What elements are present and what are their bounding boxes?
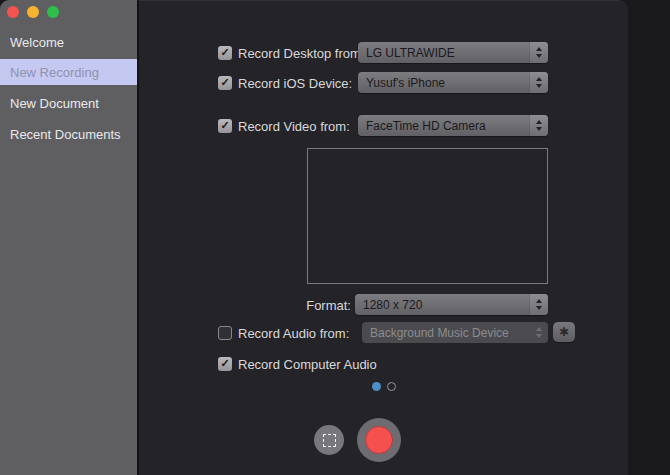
record-audio-label: Record Audio from:: [238, 325, 349, 340]
record-ios-label: Record iOS Device:: [238, 75, 352, 90]
minimize-icon[interactable]: [27, 6, 39, 18]
computer-audio-checkbox[interactable]: ✓: [218, 357, 232, 371]
video-source-select[interactable]: FaceTime HD Camera: [358, 115, 548, 136]
record-circle-icon: [365, 426, 393, 454]
gear-icon: ✱: [559, 325, 569, 339]
main-panel: ✓ Record Desktop from: LG ULTRAWIDE ✓ Re…: [139, 0, 628, 475]
zoom-icon[interactable]: [47, 6, 59, 18]
sidebar-item-recent-documents[interactable]: Recent Documents: [0, 123, 137, 145]
record-button[interactable]: [357, 418, 401, 462]
format-label: Format:: [289, 297, 351, 312]
record-video-checkbox[interactable]: ✓: [218, 119, 232, 133]
app-window: Welcome New Recording New Document Recen…: [0, 0, 628, 475]
record-desktop-checkbox[interactable]: ✓: [218, 46, 232, 60]
record-audio-row: Record Audio from: Background Music Devi…: [139, 322, 628, 343]
sidebar: Welcome New Recording New Document Recen…: [0, 0, 137, 475]
page-dot-inactive[interactable]: [387, 382, 396, 391]
audio-source-select: Background Music Device: [362, 322, 548, 343]
record-desktop-label: Record Desktop from:: [238, 45, 364, 60]
computer-audio-label: Record Computer Audio: [238, 356, 377, 371]
select-area-button[interactable]: [314, 425, 344, 455]
chevron-up-down-icon: [529, 294, 548, 315]
audio-settings-button[interactable]: ✱: [553, 322, 575, 342]
format-row: Format: 1280 x 720: [139, 294, 628, 315]
page-dot-active[interactable]: [372, 382, 381, 391]
sidebar-item-new-recording[interactable]: New Recording: [0, 59, 137, 85]
check-icon: ✓: [220, 46, 229, 59]
page-dots: [139, 382, 628, 392]
computer-audio-row: ✓ Record Computer Audio: [139, 353, 628, 374]
format-select[interactable]: 1280 x 720: [355, 294, 548, 315]
traffic-lights: [7, 6, 59, 18]
sidebar-item-welcome[interactable]: Welcome: [0, 31, 137, 53]
sidebar-item-new-document[interactable]: New Document: [0, 92, 137, 114]
chevron-up-down-icon: [529, 72, 548, 93]
ios-device-value: Yusuf's iPhone: [358, 72, 529, 93]
record-audio-checkbox[interactable]: [218, 326, 232, 340]
close-icon[interactable]: [7, 6, 19, 18]
camera-preview: [307, 148, 548, 284]
desktop-source-select[interactable]: LG ULTRAWIDE: [358, 42, 548, 63]
check-icon: ✓: [220, 357, 229, 370]
record-ios-row: ✓ Record iOS Device: Yusuf's iPhone: [139, 72, 628, 93]
record-video-row: ✓ Record Video from: FaceTime HD Camera: [139, 115, 628, 136]
chevron-up-down-icon: [529, 42, 548, 63]
chevron-up-down-icon: [529, 322, 548, 343]
dashed-square-icon: [323, 434, 336, 447]
check-icon: ✓: [220, 119, 229, 132]
record-desktop-row: ✓ Record Desktop from: LG ULTRAWIDE: [139, 42, 628, 63]
record-video-label: Record Video from:: [238, 118, 350, 133]
chevron-up-down-icon: [529, 115, 548, 136]
desktop-source-value: LG ULTRAWIDE: [358, 42, 529, 63]
record-ios-checkbox[interactable]: ✓: [218, 76, 232, 90]
video-source-value: FaceTime HD Camera: [358, 115, 529, 136]
check-icon: ✓: [220, 76, 229, 89]
format-value: 1280 x 720: [355, 294, 529, 315]
ios-device-select[interactable]: Yusuf's iPhone: [358, 72, 548, 93]
audio-source-value: Background Music Device: [362, 322, 529, 343]
